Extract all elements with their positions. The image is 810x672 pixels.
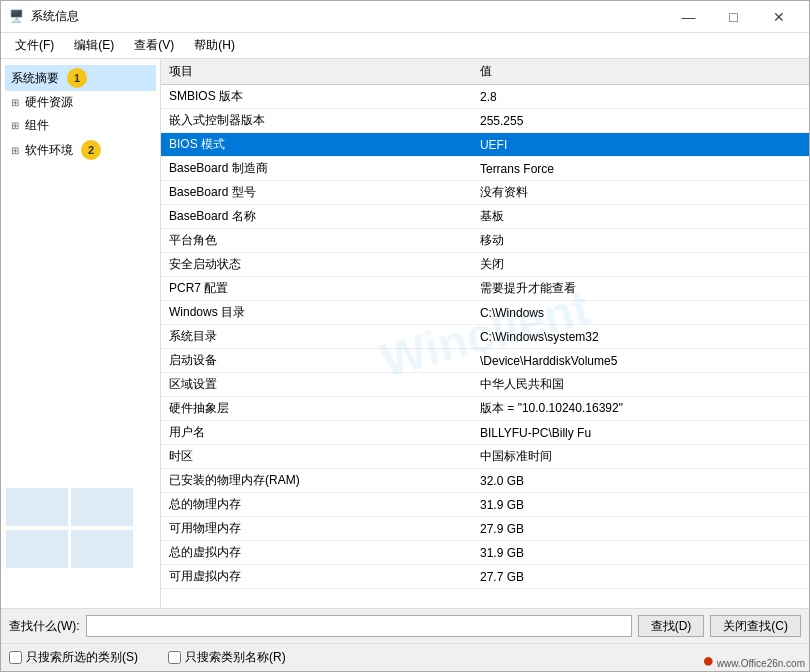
- checkbox-label-category-name: 只搜索类别名称(R): [185, 649, 286, 666]
- table-cell-item: 硬件抽象层: [161, 397, 472, 421]
- sidebar-watermark: [6, 488, 136, 568]
- table-row[interactable]: 总的虚拟内存31.9 GB: [161, 541, 809, 565]
- table-row[interactable]: 用户名BILLYFU-PC\Billy Fu: [161, 421, 809, 445]
- sidebar-item-summary[interactable]: 系统摘要 1: [5, 65, 156, 91]
- table-cell-value: 关闭: [472, 253, 809, 277]
- table-cell-item: 启动设备: [161, 349, 472, 373]
- table-scroll[interactable]: 项目 值 SMBIOS 版本2.8嵌入式控制器版本255.255BIOS 模式U…: [161, 59, 809, 608]
- table-cell-item: 总的虚拟内存: [161, 541, 472, 565]
- title-bar-left: 🖥️ 系统信息: [9, 8, 79, 25]
- table-row[interactable]: BaseBoard 型号没有资料: [161, 181, 809, 205]
- close-button[interactable]: ✕: [756, 1, 801, 33]
- badge-1: 1: [67, 68, 87, 88]
- table-cell-value: 31.9 GB: [472, 493, 809, 517]
- table-row[interactable]: BIOS 模式UEFI: [161, 133, 809, 157]
- table-row[interactable]: 已安装的物理内存(RAM)32.0 GB: [161, 469, 809, 493]
- table-cell-value: 2.8: [472, 85, 809, 109]
- table-cell-value: 基板: [472, 205, 809, 229]
- table-cell-value: 27.7 GB: [472, 565, 809, 589]
- checkbox-category-name[interactable]: [168, 651, 181, 664]
- close-search-button[interactable]: 关闭查找(C): [710, 615, 801, 637]
- main-window: 🖥️ 系统信息 — □ ✕ 文件(F) 编辑(E) 查看(V) 帮助(H) 系统: [0, 0, 810, 672]
- info-table: 项目 值 SMBIOS 版本2.8嵌入式控制器版本255.255BIOS 模式U…: [161, 59, 809, 589]
- table-row[interactable]: 安全启动状态关闭: [161, 253, 809, 277]
- table-cell-value: 没有资料: [472, 181, 809, 205]
- search-bar: 查找什么(W): 查找(D) 关闭查找(C): [1, 608, 809, 643]
- table-cell-value: 需要提升才能查看: [472, 277, 809, 301]
- search-input[interactable]: [86, 615, 632, 637]
- menu-edit[interactable]: 编辑(E): [64, 34, 124, 57]
- badge-2: 2: [81, 140, 101, 160]
- table-row[interactable]: 区域设置中华人民共和国: [161, 373, 809, 397]
- table-cell-value: 中国标准时间: [472, 445, 809, 469]
- table-cell-value: C:\Windows\system32: [472, 325, 809, 349]
- table-cell-item: 平台角色: [161, 229, 472, 253]
- table-cell-item: 区域设置: [161, 373, 472, 397]
- table-row[interactable]: 硬件抽象层版本 = "10.0.10240.16392": [161, 397, 809, 421]
- sidebar: 系统摘要 1 ⊞ 硬件资源 ⊞ 组件 ⊞ 软件环境 2: [1, 59, 161, 608]
- table-cell-item: SMBIOS 版本: [161, 85, 472, 109]
- window-controls: — □ ✕: [666, 1, 801, 33]
- table-cell-value: 27.9 GB: [472, 517, 809, 541]
- table-cell-item: 系统目录: [161, 325, 472, 349]
- sidebar-item-components[interactable]: ⊞ 组件: [5, 114, 156, 137]
- table-cell-item: BaseBoard 型号: [161, 181, 472, 205]
- table-row[interactable]: BaseBoard 制造商Terrans Force: [161, 157, 809, 181]
- table-row[interactable]: 嵌入式控制器版本255.255: [161, 109, 809, 133]
- office-watermark: ● www.Office26n.com: [702, 649, 805, 672]
- table-cell-value: 32.0 GB: [472, 469, 809, 493]
- table-cell-value: 255.255: [472, 109, 809, 133]
- sidebar-label-components: 组件: [25, 117, 49, 134]
- find-button[interactable]: 查找(D): [638, 615, 705, 637]
- table-cell-item: 安全启动状态: [161, 253, 472, 277]
- table-cell-item: 嵌入式控制器版本: [161, 109, 472, 133]
- table-row[interactable]: 时区中国标准时间: [161, 445, 809, 469]
- table-row[interactable]: SMBIOS 版本2.8: [161, 85, 809, 109]
- table-row[interactable]: Windows 目录C:\Windows: [161, 301, 809, 325]
- sidebar-item-software[interactable]: ⊞ 软件环境 2: [5, 137, 156, 163]
- table-cell-value: UEFI: [472, 133, 809, 157]
- table-cell-item: BaseBoard 制造商: [161, 157, 472, 181]
- table-cell-value: 中华人民共和国: [472, 373, 809, 397]
- search-label: 查找什么(W):: [9, 618, 80, 635]
- table-area: Winclient 项目 值 SMBIOS 版本2.8嵌入式控制器版本255.2…: [161, 59, 809, 608]
- table-cell-item: 总的物理内存: [161, 493, 472, 517]
- sidebar-label-hardware: 硬件资源: [25, 94, 73, 111]
- checkbox-bar: 只搜索所选的类别(S) 只搜索类别名称(R) ● www.Office26n.c…: [1, 643, 809, 671]
- window-title: 系统信息: [31, 8, 79, 25]
- table-row[interactable]: 平台角色移动: [161, 229, 809, 253]
- table-row[interactable]: PCR7 配置需要提升才能查看: [161, 277, 809, 301]
- table-row[interactable]: BaseBoard 名称基板: [161, 205, 809, 229]
- menu-view[interactable]: 查看(V): [124, 34, 184, 57]
- table-row[interactable]: 总的物理内存31.9 GB: [161, 493, 809, 517]
- sidebar-label-summary: 系统摘要: [11, 70, 59, 87]
- expand-icon-components: ⊞: [11, 120, 21, 131]
- expand-icon-hardware: ⊞: [11, 97, 21, 108]
- table-row[interactable]: 可用虚拟内存27.7 GB: [161, 565, 809, 589]
- table-cell-item: 可用物理内存: [161, 517, 472, 541]
- sidebar-item-hardware[interactable]: ⊞ 硬件资源: [5, 91, 156, 114]
- table-cell-value: 31.9 GB: [472, 541, 809, 565]
- table-cell-value: C:\Windows: [472, 301, 809, 325]
- col-header-item: 项目: [161, 59, 472, 85]
- minimize-button[interactable]: —: [666, 1, 711, 33]
- menu-bar: 文件(F) 编辑(E) 查看(V) 帮助(H): [1, 33, 809, 59]
- title-bar: 🖥️ 系统信息 — □ ✕: [1, 1, 809, 33]
- checkbox-label-selected-category: 只搜索所选的类别(S): [26, 649, 138, 666]
- checkbox-item-category-name[interactable]: 只搜索类别名称(R): [168, 649, 286, 666]
- table-cell-item: 可用虚拟内存: [161, 565, 472, 589]
- table-cell-item: 时区: [161, 445, 472, 469]
- menu-help[interactable]: 帮助(H): [184, 34, 245, 57]
- checkbox-item-selected-category[interactable]: 只搜索所选的类别(S): [9, 649, 138, 666]
- table-row[interactable]: 系统目录C:\Windows\system32: [161, 325, 809, 349]
- table-row[interactable]: 启动设备\Device\HarddiskVolume5: [161, 349, 809, 373]
- table-header-row: 项目 值: [161, 59, 809, 85]
- maximize-button[interactable]: □: [711, 1, 756, 33]
- table-cell-item: BaseBoard 名称: [161, 205, 472, 229]
- checkbox-selected-category[interactable]: [9, 651, 22, 664]
- table-row[interactable]: 可用物理内存27.9 GB: [161, 517, 809, 541]
- sidebar-label-software: 软件环境: [25, 142, 73, 159]
- menu-file[interactable]: 文件(F): [5, 34, 64, 57]
- table-cell-item: BIOS 模式: [161, 133, 472, 157]
- table-cell-value: 版本 = "10.0.10240.16392": [472, 397, 809, 421]
